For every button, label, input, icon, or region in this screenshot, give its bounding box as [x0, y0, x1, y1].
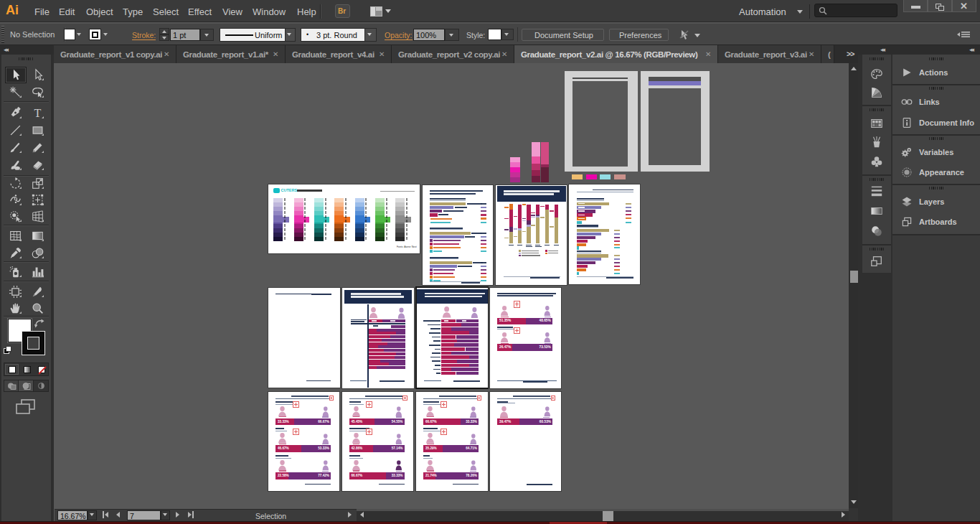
svg-text:T: T	[34, 106, 41, 118]
